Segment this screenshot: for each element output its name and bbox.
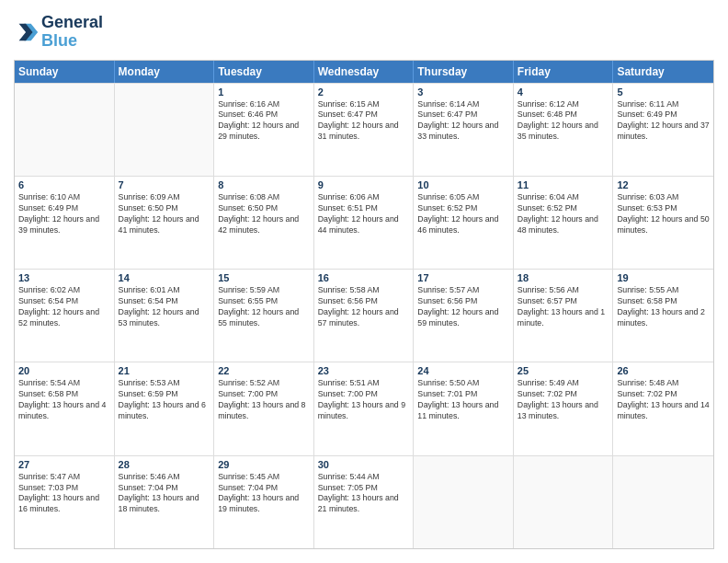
calendar-cell: [115, 84, 215, 176]
calendar-cell: 20Sunrise: 5:54 AM Sunset: 6:58 PM Dayli…: [15, 362, 115, 454]
cell-sun-info: Sunrise: 6:15 AM Sunset: 6:47 PM Dayligh…: [318, 99, 410, 144]
calendar-cell: [414, 456, 514, 548]
day-number: 23: [318, 365, 410, 376]
day-number: 7: [119, 179, 210, 190]
calendar-cell: 8Sunrise: 6:08 AM Sunset: 6:50 PM Daylig…: [214, 177, 314, 269]
calendar-cell: 17Sunrise: 5:57 AM Sunset: 6:56 PM Dayli…: [414, 270, 514, 362]
cell-sun-info: Sunrise: 5:46 AM Sunset: 7:04 PM Dayligh…: [119, 472, 210, 516]
calendar-cell: 1Sunrise: 6:16 AM Sunset: 6:46 PM Daylig…: [214, 84, 314, 176]
calendar-cell: [613, 456, 713, 548]
day-number: 22: [218, 365, 310, 376]
calendar-cell: 30Sunrise: 5:44 AM Sunset: 7:05 PM Dayli…: [314, 456, 415, 548]
cell-sun-info: Sunrise: 5:44 AM Sunset: 7:05 PM Dayligh…: [318, 472, 410, 516]
calendar-week-row: 1Sunrise: 6:16 AM Sunset: 6:46 PM Daylig…: [15, 83, 713, 176]
cell-sun-info: Sunrise: 6:08 AM Sunset: 6:50 PM Dayligh…: [218, 192, 310, 236]
calendar-cell: 26Sunrise: 5:48 AM Sunset: 7:02 PM Dayli…: [613, 362, 713, 454]
calendar-cell: 15Sunrise: 5:59 AM Sunset: 6:55 PM Dayli…: [214, 270, 314, 362]
cell-sun-info: Sunrise: 6:05 AM Sunset: 6:52 PM Dayligh…: [417, 192, 509, 236]
day-number: 17: [417, 272, 509, 283]
calendar-cell: 28Sunrise: 5:46 AM Sunset: 7:04 PM Dayli…: [115, 456, 215, 548]
calendar-cell: 12Sunrise: 6:03 AM Sunset: 6:53 PM Dayli…: [613, 177, 713, 269]
header: General Blue: [14, 14, 714, 51]
day-number: 27: [18, 459, 110, 470]
cell-sun-info: Sunrise: 5:58 AM Sunset: 6:56 PM Dayligh…: [318, 285, 410, 329]
cell-sun-info: Sunrise: 5:47 AM Sunset: 7:03 PM Dayligh…: [18, 472, 110, 516]
day-of-week-header: Saturday: [613, 61, 713, 83]
calendar-cell: [514, 456, 614, 548]
day-number: 12: [617, 179, 710, 190]
cell-sun-info: Sunrise: 5:57 AM Sunset: 6:56 PM Dayligh…: [417, 285, 509, 329]
cell-sun-info: Sunrise: 6:03 AM Sunset: 6:53 PM Dayligh…: [617, 192, 710, 236]
day-number: 24: [417, 365, 509, 376]
calendar-cell: 6Sunrise: 6:10 AM Sunset: 6:49 PM Daylig…: [15, 177, 115, 269]
day-number: 11: [518, 179, 609, 190]
cell-sun-info: Sunrise: 6:06 AM Sunset: 6:51 PM Dayligh…: [318, 192, 410, 236]
calendar-cell: 13Sunrise: 6:02 AM Sunset: 6:54 PM Dayli…: [15, 270, 115, 362]
day-number: 3: [417, 86, 509, 98]
day-of-week-header: Thursday: [414, 61, 514, 83]
day-number: 5: [617, 86, 710, 98]
cell-sun-info: Sunrise: 5:50 AM Sunset: 7:01 PM Dayligh…: [417, 378, 509, 422]
day-number: 15: [218, 272, 310, 283]
day-number: 13: [18, 272, 110, 283]
calendar-cell: 21Sunrise: 5:53 AM Sunset: 6:59 PM Dayli…: [115, 362, 215, 454]
day-of-week-header: Sunday: [15, 61, 115, 83]
day-number: 6: [18, 179, 110, 190]
calendar-cell: 4Sunrise: 6:12 AM Sunset: 6:48 PM Daylig…: [514, 84, 614, 176]
day-number: 28: [119, 459, 210, 470]
calendar: SundayMondayTuesdayWednesdayThursdayFrid…: [14, 60, 714, 549]
calendar-cell: 22Sunrise: 5:52 AM Sunset: 7:00 PM Dayli…: [214, 362, 314, 454]
day-number: 29: [218, 459, 310, 470]
cell-sun-info: Sunrise: 6:11 AM Sunset: 6:49 PM Dayligh…: [617, 99, 710, 144]
calendar-cell: 2Sunrise: 6:15 AM Sunset: 6:47 PM Daylig…: [314, 84, 415, 176]
calendar-cell: 29Sunrise: 5:45 AM Sunset: 7:04 PM Dayli…: [214, 456, 314, 548]
cell-sun-info: Sunrise: 6:04 AM Sunset: 6:52 PM Dayligh…: [518, 192, 609, 236]
day-number: 9: [318, 179, 410, 190]
day-number: 1: [218, 86, 310, 98]
cell-sun-info: Sunrise: 6:12 AM Sunset: 6:48 PM Dayligh…: [518, 99, 609, 144]
calendar-cell: 24Sunrise: 5:50 AM Sunset: 7:01 PM Dayli…: [414, 362, 514, 454]
cell-sun-info: Sunrise: 5:56 AM Sunset: 6:57 PM Dayligh…: [518, 285, 609, 329]
calendar-week-row: 13Sunrise: 6:02 AM Sunset: 6:54 PM Dayli…: [15, 269, 713, 362]
logo: General Blue: [14, 14, 103, 51]
day-of-week-header: Monday: [115, 61, 215, 83]
day-number: 10: [417, 179, 509, 190]
calendar-week-row: 20Sunrise: 5:54 AM Sunset: 6:58 PM Dayli…: [15, 362, 713, 454]
cell-sun-info: Sunrise: 6:02 AM Sunset: 6:54 PM Dayligh…: [18, 285, 110, 329]
calendar-cell: 3Sunrise: 6:14 AM Sunset: 6:47 PM Daylig…: [414, 84, 514, 176]
day-number: 19: [617, 272, 710, 283]
calendar-cell: 18Sunrise: 5:56 AM Sunset: 6:57 PM Dayli…: [514, 270, 614, 362]
day-number: 21: [119, 365, 210, 376]
day-number: 26: [617, 365, 710, 376]
cell-sun-info: Sunrise: 5:59 AM Sunset: 6:55 PM Dayligh…: [218, 285, 310, 329]
cell-sun-info: Sunrise: 5:55 AM Sunset: 6:58 PM Dayligh…: [617, 285, 710, 329]
calendar-cell: 5Sunrise: 6:11 AM Sunset: 6:49 PM Daylig…: [613, 84, 713, 176]
cell-sun-info: Sunrise: 5:45 AM Sunset: 7:04 PM Dayligh…: [218, 472, 310, 516]
day-number: 25: [518, 365, 609, 376]
day-number: 14: [119, 272, 210, 283]
calendar-cell: 10Sunrise: 6:05 AM Sunset: 6:52 PM Dayli…: [414, 177, 514, 269]
calendar-cell: 11Sunrise: 6:04 AM Sunset: 6:52 PM Dayli…: [514, 177, 614, 269]
calendar-header: SundayMondayTuesdayWednesdayThursdayFrid…: [15, 61, 713, 83]
cell-sun-info: Sunrise: 6:09 AM Sunset: 6:50 PM Dayligh…: [119, 192, 210, 236]
page: General Blue SundayMondayTuesdayWednesda…: [0, 0, 728, 563]
cell-sun-info: Sunrise: 5:53 AM Sunset: 6:59 PM Dayligh…: [119, 378, 210, 422]
calendar-cell: 19Sunrise: 5:55 AM Sunset: 6:58 PM Dayli…: [613, 270, 713, 362]
day-number: 2: [318, 86, 410, 98]
day-number: 20: [18, 365, 110, 376]
day-number: 4: [518, 86, 609, 98]
logo-text: General Blue: [41, 14, 103, 51]
cell-sun-info: Sunrise: 5:48 AM Sunset: 7:02 PM Dayligh…: [617, 378, 710, 422]
day-number: 18: [518, 272, 609, 283]
calendar-cell: 23Sunrise: 5:51 AM Sunset: 7:00 PM Dayli…: [314, 362, 415, 454]
cell-sun-info: Sunrise: 5:49 AM Sunset: 7:02 PM Dayligh…: [518, 378, 609, 422]
calendar-cell: 14Sunrise: 6:01 AM Sunset: 6:54 PM Dayli…: [115, 270, 215, 362]
calendar-cell: 16Sunrise: 5:58 AM Sunset: 6:56 PM Dayli…: [314, 270, 415, 362]
day-of-week-header: Tuesday: [214, 61, 314, 83]
day-of-week-header: Wednesday: [314, 61, 415, 83]
calendar-cell: 25Sunrise: 5:49 AM Sunset: 7:02 PM Dayli…: [514, 362, 614, 454]
calendar-week-row: 27Sunrise: 5:47 AM Sunset: 7:03 PM Dayli…: [15, 455, 713, 548]
day-number: 8: [218, 179, 310, 190]
calendar-body: 1Sunrise: 6:16 AM Sunset: 6:46 PM Daylig…: [15, 83, 713, 548]
calendar-cell: 7Sunrise: 6:09 AM Sunset: 6:50 PM Daylig…: [115, 177, 215, 269]
